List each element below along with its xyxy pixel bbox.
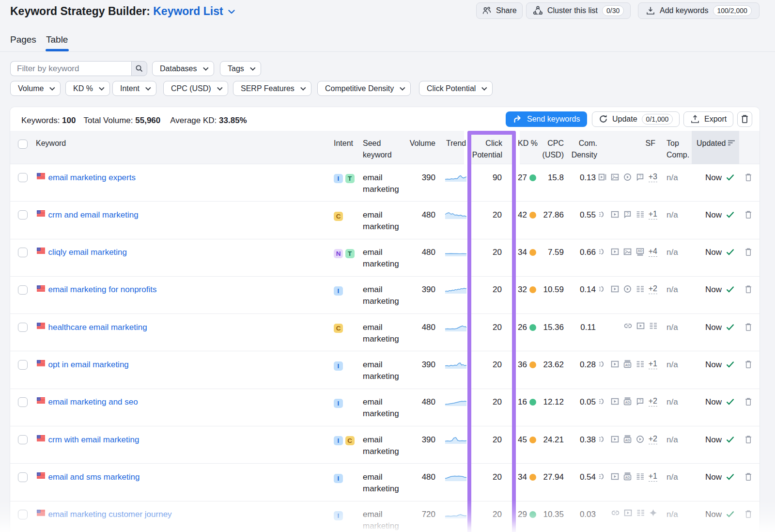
svg-text:AD: AD	[625, 363, 630, 367]
svg-text:?: ?	[639, 174, 641, 179]
svg-text:?: ?	[639, 399, 641, 404]
svg-text:AD: AD	[625, 401, 630, 404]
svg-text:AD: AD	[625, 438, 630, 441]
svg-text:AD: AD	[637, 250, 642, 253]
svg-text:AD: AD	[625, 476, 630, 479]
svg-text:?: ?	[626, 211, 629, 216]
